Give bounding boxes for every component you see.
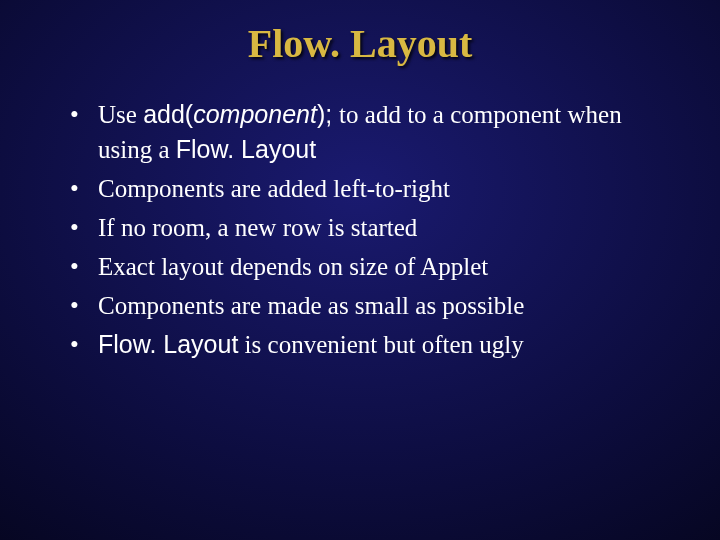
bullet-item: Flow. Layout is convenient but often ugl… xyxy=(70,327,680,362)
slide-title: Flow. Layout xyxy=(40,20,680,67)
bullet-item: Use add(component); to add to a componen… xyxy=(70,97,680,167)
bullet-item: Components are added left-to-right xyxy=(70,171,680,206)
bullet-item: Components are made as small as possible xyxy=(70,288,680,323)
code-param: component xyxy=(193,100,317,128)
code-text: ); xyxy=(317,100,339,128)
bullet-item: Exact layout depends on size of Applet xyxy=(70,249,680,284)
bullet-item: If no room, a new row is started xyxy=(70,210,680,245)
bullet-list: Use add(component); to add to a componen… xyxy=(70,97,680,362)
text: Use xyxy=(98,101,143,128)
code-text: Flow. Layout xyxy=(176,135,316,163)
text: is convenient but often ugly xyxy=(238,331,523,358)
code-text: Flow. Layout xyxy=(98,330,238,358)
slide: Flow. Layout Use add(component); to add … xyxy=(0,0,720,540)
code-text: add( xyxy=(143,100,193,128)
